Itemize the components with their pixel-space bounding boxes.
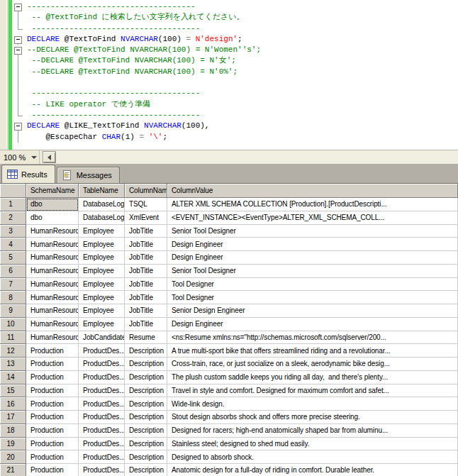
grid-cell[interactable]: <ns:Resume xmlns:ns="http://schemas.micr…	[167, 331, 458, 345]
grid-cell[interactable]: HumanResources	[26, 225, 79, 238]
chevron-down-icon[interactable]	[31, 156, 37, 159]
grid-cell[interactable]: Anatomic design for a full-day of riding…	[167, 464, 458, 476]
grid-cell[interactable]: Description	[125, 358, 167, 371]
grid-cell[interactable]: Employee	[79, 304, 125, 318]
grid-row-number[interactable]: 2	[0, 211, 26, 225]
code-line[interactable]: ------------------------------------	[12, 110, 458, 121]
grid-cell[interactable]: Senior Tool Designer	[167, 265, 458, 278]
grid-cell[interactable]: Senior Tool Designer	[167, 225, 458, 238]
grid-cell[interactable]: Tool Designer	[167, 291, 458, 304]
grid-corner-cell[interactable]	[0, 184, 26, 198]
grid-cell[interactable]: JobTitle	[125, 318, 167, 331]
grid-cell[interactable]: ProductDes...	[79, 358, 125, 371]
grid-cell[interactable]: Stainless steel; designed to shed mud ea…	[167, 438, 458, 451]
grid-row-number[interactable]: 16	[0, 397, 26, 411]
grid-cell[interactable]: ProductDes...	[79, 438, 125, 451]
grid-cell[interactable]: ProductDes...	[79, 384, 125, 398]
collapse-minus-icon[interactable]	[12, 121, 27, 131]
grid-cell[interactable]: ProductDes...	[79, 424, 125, 438]
grid-cell[interactable]: The plush custom saddle keeps you riding…	[167, 371, 458, 384]
grid-cell[interactable]: A true multi-sport bike that offers stre…	[167, 344, 458, 358]
grid-cell[interactable]: Designed to absorb shock.	[167, 450, 458, 464]
grid-cell[interactable]: Tool Designer	[167, 278, 458, 292]
code-line[interactable]: --DECLARE @TextToFind NVARCHAR(100) = N'…	[12, 67, 458, 77]
grid-cell[interactable]: JobTitle	[125, 265, 167, 278]
grid-cell[interactable]: JobTitle	[125, 238, 167, 251]
grid-cell[interactable]: XmlEvent	[125, 211, 167, 225]
grid-cell[interactable]: Production	[26, 411, 79, 424]
grid-cell[interactable]: <EVENT_INSTANCE><EventType>ALTER_XML_SCH…	[167, 211, 458, 225]
zoom-level-combo[interactable]: 100 %	[0, 150, 40, 164]
grid-cell[interactable]: JobTitle	[125, 251, 167, 265]
tab-results[interactable]: Results	[1, 165, 55, 183]
grid-cell[interactable]: Employee	[79, 318, 125, 331]
grid-cell[interactable]: Description	[125, 397, 167, 411]
grid-row-number[interactable]: 11	[0, 331, 26, 345]
sql-editor[interactable]: ------------------------------------ -- …	[0, 0, 458, 150]
grid-cell[interactable]: Resume	[125, 331, 167, 345]
grid-cell[interactable]: ProductDes...	[79, 411, 125, 424]
grid-row-number[interactable]: 6	[0, 265, 26, 278]
grid-cell[interactable]: ProductDes...	[79, 450, 125, 464]
code-line[interactable]: ------------------------------------	[12, 88, 458, 99]
grid-cell[interactable]: JobTitle	[125, 278, 167, 292]
grid-cell[interactable]: HumanResources	[26, 331, 79, 345]
grid-cell[interactable]: Employee	[79, 225, 125, 238]
code-line[interactable]: --DECLARE @TextToFind NVARCHAR(100) = N'…	[12, 55, 458, 66]
grid-cell[interactable]: Senior Design Engineer	[167, 304, 458, 318]
collapse-minus-icon[interactable]	[12, 45, 27, 55]
grid-header-cell[interactable]: ColumnValue	[167, 184, 458, 198]
grid-cell[interactable]: Description	[125, 464, 167, 476]
grid-header-cell[interactable]: SchemaName	[26, 184, 79, 198]
grid-cell[interactable]: Production	[26, 424, 79, 438]
grid-cell[interactable]: JobTitle	[125, 304, 167, 318]
code-line[interactable]: -- LIKE operator で使う準備	[12, 99, 458, 110]
grid-cell[interactable]: Employee	[79, 238, 125, 251]
grid-cell[interactable]: ProductDes...	[79, 371, 125, 384]
grid-cell[interactable]: Production	[26, 384, 79, 398]
collapse-minus-icon[interactable]	[12, 1, 27, 12]
grid-cell[interactable]: Description	[125, 371, 167, 384]
grid-cell[interactable]: Design Engineer	[167, 318, 458, 331]
grid-cell[interactable]: Employee	[79, 278, 125, 292]
collapse-minus-icon[interactable]	[12, 34, 27, 45]
grid-cell[interactable]: TSQL	[125, 198, 167, 211]
grid-row-number[interactable]: 20	[0, 450, 26, 464]
grid-cell[interactable]: Production	[26, 450, 79, 464]
grid-cell[interactable]: JobTitle	[125, 225, 167, 238]
grid-row-number[interactable]: 8	[0, 291, 26, 304]
code-line[interactable]	[12, 77, 458, 88]
grid-cell[interactable]: dbo	[26, 198, 79, 211]
grid-cell[interactable]: Description	[125, 450, 167, 464]
grid-row-number[interactable]: 21	[0, 464, 26, 476]
grid-cell[interactable]: Employee	[79, 251, 125, 265]
grid-cell[interactable]: Description	[125, 424, 167, 438]
grid-cell[interactable]: ProductDes...	[79, 344, 125, 358]
code-line[interactable]: -- @TextToFind に検索したい文字列を入れてください。	[12, 12, 458, 23]
grid-row-number[interactable]: 7	[0, 278, 26, 292]
grid-cell[interactable]: HumanResources	[26, 291, 79, 304]
grid-row-number[interactable]: 14	[0, 371, 26, 384]
grid-cell[interactable]: ALTER XML SCHEMA COLLECTION [Production]…	[167, 198, 458, 211]
grid-row-number[interactable]: 18	[0, 424, 26, 438]
grid-cell[interactable]: dbo	[26, 211, 79, 225]
code-line[interactable]: ------------------------------------	[12, 23, 458, 34]
grid-cell[interactable]: DatabaseLog	[79, 211, 125, 225]
grid-cell[interactable]: HumanResources	[26, 251, 79, 265]
grid-cell[interactable]: Employee	[79, 265, 125, 278]
grid-cell[interactable]: Production	[26, 438, 79, 451]
grid-cell[interactable]: HumanResources	[26, 304, 79, 318]
grid-cell[interactable]: Production	[26, 371, 79, 384]
grid-cell[interactable]: HumanResources	[26, 278, 79, 292]
grid-cell[interactable]: ProductDes...	[79, 464, 125, 476]
grid-cell[interactable]: Description	[125, 438, 167, 451]
grid-cell[interactable]: HumanResources	[26, 265, 79, 278]
grid-cell[interactable]: Description	[125, 411, 167, 424]
grid-cell[interactable]: Production	[26, 464, 79, 476]
horizontal-scrollbar-track[interactable]	[56, 150, 458, 164]
grid-row-number[interactable]: 17	[0, 411, 26, 424]
grid-cell[interactable]: Production	[26, 358, 79, 371]
code-line[interactable]: DECLARE @TextToFind NVARCHAR(100) = N'de…	[12, 34, 458, 45]
grid-row-number[interactable]: 13	[0, 358, 26, 371]
grid-cell[interactable]: JobCandidate	[79, 331, 125, 345]
